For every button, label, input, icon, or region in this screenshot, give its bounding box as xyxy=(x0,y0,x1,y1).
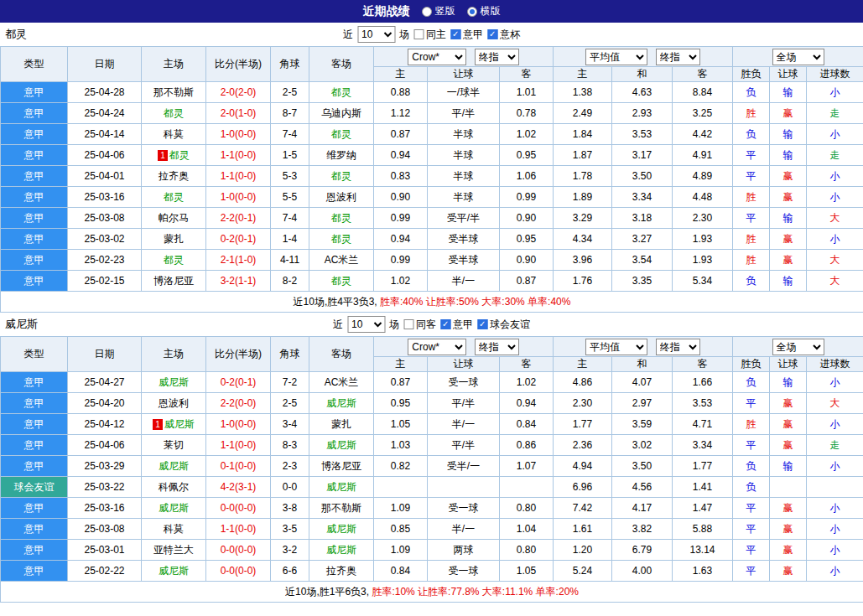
odds-home-cell xyxy=(374,477,428,498)
bookmaker-select[interactable]: Crow* xyxy=(408,49,466,65)
filter-checkbox-club-friendly[interactable]: 球会友谊 xyxy=(477,318,530,332)
avg-draw-cell: 3.54 xyxy=(612,250,673,271)
col-header-score: 比分(半场) xyxy=(206,47,271,82)
odds-home-cell: 0.87 xyxy=(374,372,428,393)
away-team-name: 威尼斯 xyxy=(326,397,356,409)
col-header-odds-line: 让球 xyxy=(428,67,500,82)
filter-checkbox-serie-a[interactable]: 意甲 xyxy=(440,318,473,332)
handicap-result-cell: 赢 xyxy=(770,540,807,561)
date-cell: 25-03-29 xyxy=(68,456,142,477)
score-cell: 0-0(0-0) xyxy=(206,561,271,582)
goals-result-cell: 小 xyxy=(807,414,863,435)
corners-cell: 7-4 xyxy=(271,124,309,145)
score-cell: 2-0(2-0) xyxy=(206,82,271,103)
outcome-result-cell: 平 xyxy=(733,393,770,414)
summary-record: 近10场,胜1平6负3, xyxy=(285,586,369,598)
radio-icon[interactable] xyxy=(422,7,432,17)
col-header-away: 客场 xyxy=(309,337,374,372)
outcome-result-cell: 平 xyxy=(733,208,770,229)
away-team-name: 威尼斯 xyxy=(326,481,356,493)
average-index-select[interactable]: 终指 xyxy=(656,49,700,65)
scope-select[interactable]: 全场 xyxy=(772,339,824,355)
col-header-avg-away: 客 xyxy=(673,357,733,372)
checkbox-icon[interactable] xyxy=(450,29,460,39)
away-team-cell: 威尼斯 xyxy=(309,540,374,561)
league-cell: 意甲 xyxy=(1,82,68,103)
avg-away-cell: 4.89 xyxy=(673,166,733,187)
goals-result-cell: 走 xyxy=(807,103,863,124)
result-group-header: 全场 xyxy=(733,47,863,67)
filter-checkbox-same-home[interactable]: 同主 xyxy=(413,28,446,42)
col-header-date: 日期 xyxy=(68,337,142,372)
avg-away-cell: 8.84 xyxy=(673,82,733,103)
filter-checkbox-serie-a[interactable]: 意甲 xyxy=(450,28,483,42)
corners-cell: 0-0 xyxy=(271,477,309,498)
table-row: 意甲 25-04-06 1都灵 1-1(0-0) 1-5 维罗纳 0.94 半球… xyxy=(1,145,863,166)
home-team-name: 威尼斯 xyxy=(159,565,189,577)
avg-away-cell: 3.34 xyxy=(673,435,733,456)
avg-draw-cell: 4.63 xyxy=(612,82,673,103)
col-header-home: 主场 xyxy=(142,47,206,82)
filter-checkbox-same-away[interactable]: 同客 xyxy=(403,318,436,332)
summary-row: 近10场,胜1平6负3, 胜率:10% 让胜率:77.8% 大率:11.1% 单… xyxy=(1,582,863,603)
odds-home-cell: 0.87 xyxy=(374,124,428,145)
layout-radio-horizontal[interactable]: 横版 xyxy=(467,4,501,18)
checkbox-icon[interactable] xyxy=(403,319,413,329)
match-count-select[interactable]: 10 xyxy=(347,316,385,333)
odds-home-cell: 0.99 xyxy=(374,208,428,229)
date-cell: 25-03-22 xyxy=(68,477,142,498)
bookmaker-index-select[interactable]: 终指 xyxy=(475,339,519,355)
home-team-name: 都灵 xyxy=(164,191,184,203)
bookmaker-index-select[interactable]: 终指 xyxy=(475,49,519,65)
date-cell: 25-02-15 xyxy=(68,271,142,292)
checkbox-icon[interactable] xyxy=(477,319,487,329)
handicap-line-cell: 半球 xyxy=(428,124,500,145)
score-cell: 2-2(0-1) xyxy=(206,208,271,229)
col-header-odds-away: 客 xyxy=(500,67,554,82)
outcome-result-cell: 平 xyxy=(733,519,770,540)
summary-cell: 近10场,胜4平3负3, 胜率:40% 让胜率:50% 大率:30% 单率:40… xyxy=(1,292,863,313)
outcome-result-cell: 负 xyxy=(733,456,770,477)
date-cell: 25-03-02 xyxy=(68,229,142,250)
corners-cell: 1-4 xyxy=(271,229,309,250)
league-cell: 意甲 xyxy=(1,456,68,477)
checkbox-icon[interactable] xyxy=(440,319,450,329)
avg-home-cell: 6.96 xyxy=(554,477,612,498)
checkbox-label: 球会友谊 xyxy=(490,318,530,332)
match-count-select[interactable]: 10 xyxy=(357,26,395,43)
table-row: 意甲 25-03-16 威尼斯 0-0(0-0) 3-8 那不勒斯 1.09 受… xyxy=(1,498,863,519)
handicap-line-cell: 受一球 xyxy=(428,561,500,582)
near-label: 近 xyxy=(333,318,343,332)
average-index-select[interactable]: 终指 xyxy=(656,339,700,355)
section-venezia: 威尼斯 近 10 场 同客 意甲 球会友谊 xyxy=(0,313,863,603)
filter-checkbox-coppa-italia[interactable]: 意杯 xyxy=(487,28,520,42)
home-team-name: 帕尔马 xyxy=(159,212,189,224)
avg-away-cell: 13.14 xyxy=(673,540,733,561)
league-cell: 意甲 xyxy=(1,166,68,187)
bookmaker-select[interactable]: Crow* xyxy=(408,339,466,355)
table-row: 意甲 25-04-12 1威尼斯 1-0(0-0) 3-4 蒙扎 1.05 半/… xyxy=(1,414,863,435)
avg-away-cell: 2.30 xyxy=(673,208,733,229)
avg-draw-cell: 3.50 xyxy=(612,166,673,187)
home-team-cell: 博洛尼亚 xyxy=(142,271,206,292)
checkbox-icon[interactable] xyxy=(487,29,497,39)
scope-select[interactable]: 全场 xyxy=(772,49,824,65)
outcome-result-cell: 胜 xyxy=(733,229,770,250)
avg-draw-cell: 3.50 xyxy=(612,456,673,477)
league-cell: 意甲 xyxy=(1,229,68,250)
score-cell: 1-1(0-0) xyxy=(206,166,271,187)
average-select[interactable]: 平均值 xyxy=(585,339,647,355)
corners-cell: 5-3 xyxy=(271,166,309,187)
checkbox-icon[interactable] xyxy=(413,29,424,39)
score-cell: 1-0(0-0) xyxy=(206,124,271,145)
home-team-cell: 1都灵 xyxy=(142,145,206,166)
layout-radio-vertical[interactable]: 竖版 xyxy=(422,4,455,18)
odds-away-cell: 0.78 xyxy=(500,103,554,124)
radio-icon[interactable] xyxy=(467,7,477,17)
handicap-line-cell: 半/一 xyxy=(428,519,500,540)
away-team-name: 都灵 xyxy=(331,170,351,182)
avg-away-cell: 4.91 xyxy=(673,145,733,166)
corners-cell: 7-4 xyxy=(271,208,309,229)
average-select[interactable]: 平均值 xyxy=(585,49,647,65)
away-team-name: 恩波利 xyxy=(326,191,356,203)
